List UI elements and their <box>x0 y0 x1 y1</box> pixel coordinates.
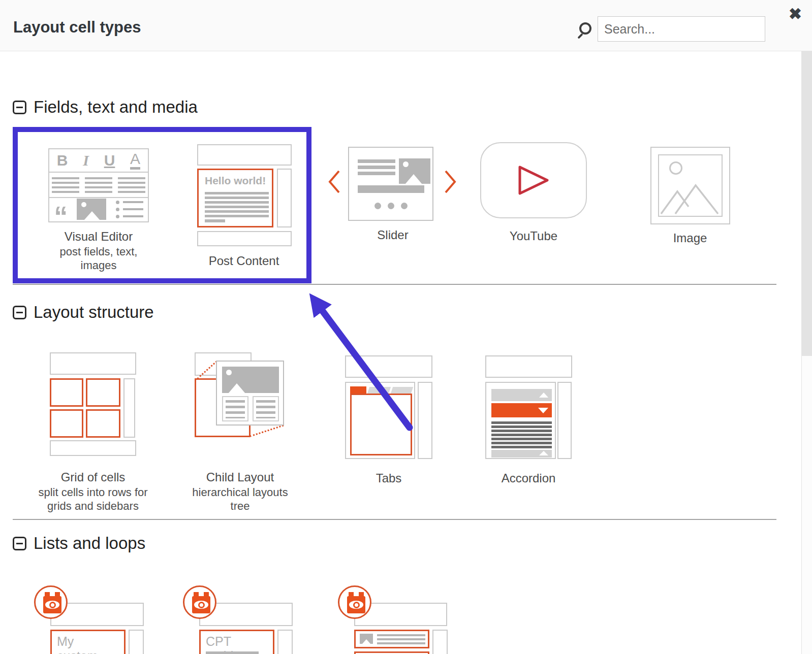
image-thumbnail-icon <box>77 199 106 220</box>
label-accordion: Accordion <box>478 471 579 486</box>
dialog-title: Layout cell types <box>13 18 141 37</box>
child-layout-card-icon <box>216 361 284 426</box>
dotted-connector <box>249 424 284 437</box>
tab-content-shape <box>350 394 412 455</box>
label-tabs: Tabs <box>338 471 440 486</box>
search-icon <box>579 22 591 35</box>
grid-cell <box>86 378 120 407</box>
tile-post-content[interactable]: Hello world! <box>197 144 292 246</box>
sidebar-shape <box>123 378 135 438</box>
section-header-fields-text-media[interactable]: Fields, text and media <box>13 97 198 117</box>
sidebar-shape <box>557 382 572 459</box>
preview-heading: Hello world! <box>205 175 266 187</box>
tile-slider[interactable] <box>328 147 458 221</box>
page-header-shape <box>485 355 572 378</box>
tile-youtube[interactable] <box>480 142 587 218</box>
chevron-right-icon <box>444 169 457 194</box>
slide-text-lines <box>358 159 395 175</box>
accordion-text-lines <box>491 421 552 448</box>
views-eye-badge-icon <box>34 585 68 619</box>
tile-custom-type-list[interactable]: My custom type <box>34 585 146 654</box>
bold-icon: B <box>57 153 68 168</box>
tile-image[interactable] <box>650 147 730 224</box>
image-thumbnail-icon <box>360 634 373 644</box>
collapse-minus-icon[interactable] <box>13 101 26 114</box>
page-footer-shape <box>50 440 136 456</box>
collapse-minus-icon[interactable] <box>13 306 26 319</box>
text-columns-icon <box>49 173 148 198</box>
sidebar-shape <box>277 169 292 227</box>
text-block <box>253 396 279 421</box>
scrollbar-track <box>801 51 812 654</box>
list-row-shape <box>354 630 429 648</box>
slide-card-icon <box>348 147 433 221</box>
section-divider <box>13 284 776 285</box>
label-youtube: YouTube <box>483 229 584 244</box>
views-eye-badge-icon <box>338 585 371 619</box>
tile-child-layout[interactable] <box>195 352 286 439</box>
sidebar-shape <box>432 630 448 654</box>
inactive-tab-shape <box>391 387 413 394</box>
tile-visual-editor[interactable]: B I U A “ <box>48 148 149 222</box>
section-header-lists-and-loops[interactable]: Lists and loops <box>13 534 145 553</box>
text-lines <box>377 634 425 644</box>
accordion-panel-icon <box>485 382 556 459</box>
section-divider <box>13 519 776 520</box>
label-slider: Slider <box>342 228 444 243</box>
label-image: Image <box>639 231 741 246</box>
page-footer-shape <box>197 231 292 246</box>
dialog-header: Layout cell types ✖ <box>0 0 812 51</box>
image-thumbnail-icon <box>222 367 279 393</box>
list-preview-box: CPT archive <box>199 630 274 654</box>
blockquote-icon: “ <box>54 213 68 219</box>
media-row-icon: “ <box>49 198 148 220</box>
text-lines <box>206 651 259 654</box>
accordion-open-bar <box>491 403 552 417</box>
list-preview-box: My custom type <box>50 630 126 654</box>
chevron-left-icon <box>328 169 341 194</box>
play-icon <box>516 164 551 197</box>
scrollbar-thumb[interactable] <box>802 51 812 356</box>
inactive-tab-shape <box>367 387 391 394</box>
tile-grid-of-cells[interactable] <box>50 352 136 456</box>
section-title: Layout structure <box>34 303 154 322</box>
label-visual-editor: Visual Editor post fields, text, images <box>48 230 149 272</box>
text-block <box>222 396 248 421</box>
bullet-list-icon <box>116 201 143 218</box>
grid-cell <box>50 378 83 407</box>
text-line-short <box>205 219 225 222</box>
text-color-icon: A <box>130 151 140 170</box>
italic-icon: I <box>83 153 89 168</box>
slide-wide-line <box>358 185 424 193</box>
search-input[interactable] <box>598 16 765 42</box>
slider-dots-icon <box>349 203 432 209</box>
page-header-shape <box>50 352 136 375</box>
tile-accordion[interactable] <box>485 355 573 459</box>
section-title: Lists and loops <box>34 534 145 553</box>
editor-toolbar-icon: B I U A <box>49 149 148 173</box>
post-content-preview: Hello world! <box>197 169 273 227</box>
sun-circle-icon <box>669 161 682 175</box>
views-eye-badge-icon <box>183 585 216 619</box>
active-tab-shape <box>350 386 366 394</box>
slide-image-icon <box>399 158 430 184</box>
label-child-layout: Child Layout hierarchical layouts tree <box>185 470 295 513</box>
tile-tabs[interactable] <box>345 355 433 459</box>
preview-text: My custom type <box>57 634 114 654</box>
layout-cell-types-dialog: Layout cell types ✖ Fields, text and med… <box>0 0 812 654</box>
sidebar-shape <box>418 382 432 459</box>
accordion-closed-bar <box>491 450 552 457</box>
text-lines <box>205 192 269 217</box>
tile-post-list[interactable] <box>338 585 450 654</box>
section-header-layout-structure[interactable]: Layout structure <box>13 303 154 322</box>
label-grid-of-cells: Grid of cells split cells into rows for … <box>29 470 157 513</box>
underline-icon: U <box>104 153 115 168</box>
page-header-shape <box>345 355 432 378</box>
accordion-closed-bar <box>491 389 552 401</box>
section-title: Fields, text and media <box>34 97 198 117</box>
collapse-minus-icon[interactable] <box>13 537 26 550</box>
list-row-shape <box>354 651 429 654</box>
tile-cpt-archive-list[interactable]: CPT archive <box>183 585 295 654</box>
close-icon[interactable]: ✖ <box>789 6 802 22</box>
mountains-icon <box>659 183 722 215</box>
